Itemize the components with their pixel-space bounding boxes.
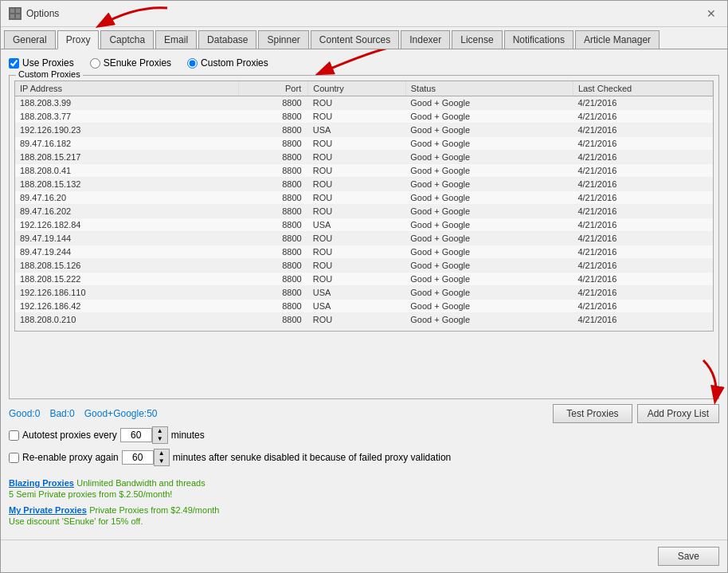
use-proxies-checkbox-label[interactable]: Use Proxies <box>9 57 74 69</box>
table-row[interactable]: 188.208.15.217 8800 ROU Good + Google 4/… <box>15 151 713 164</box>
cell-country: USA <box>308 300 406 313</box>
test-proxies-button[interactable]: Test Proxies <box>553 404 632 423</box>
cell-country: ROU <box>308 205 406 218</box>
cell-ip: 188.208.0.210 <box>15 313 238 327</box>
title-bar-left: Options <box>9 7 59 20</box>
tab-captcha[interactable]: Captcha <box>100 30 154 49</box>
table-row[interactable]: 192.126.186.42 8800 USA Good + Google 4/… <box>15 300 713 313</box>
autotest-decrement-button[interactable]: ▼ <box>153 435 167 443</box>
cell-port: 8800 <box>238 164 308 178</box>
reenable-decrement-button[interactable]: ▼ <box>155 457 169 465</box>
cell-ip: 89.47.19.244 <box>15 245 238 259</box>
cell-ip: 89.47.16.182 <box>15 137 238 151</box>
cell-ip: 192.126.190.23 <box>15 124 238 137</box>
tab-content-sources[interactable]: Content Sources <box>311 30 399 49</box>
tab-email[interactable]: Email <box>155 30 197 49</box>
cell-ip: 188.208.15.126 <box>15 259 238 273</box>
stat-good: Good:0 <box>9 408 40 419</box>
custom-proxies-radio-label[interactable]: Custom Proxies <box>187 57 268 69</box>
cell-last-checked: 4/21/2016 <box>573 300 712 313</box>
table-row[interactable]: 89.47.16.20 8800 ROU Good + Google 4/21/… <box>15 191 713 205</box>
table-row[interactable]: 188.208.0.41 8800 ROU Good + Google 4/21… <box>15 164 713 178</box>
table-row[interactable]: 188.208.15.132 8800 ROU Good + Google 4/… <box>15 178 713 191</box>
save-button[interactable]: Save <box>658 547 719 566</box>
table-row[interactable]: 188.208.15.126 8800 ROU Good + Google 4/… <box>15 259 713 273</box>
cell-port: 8800 <box>238 151 308 164</box>
link-0-title[interactable]: Blazing Proxies <box>9 478 74 488</box>
proxy-table-scroll[interactable]: IP Address Port Country Status Last Chec… <box>14 80 714 332</box>
cell-status: Good + Google <box>405 205 573 218</box>
cell-last-checked: 4/21/2016 <box>573 259 712 273</box>
table-row[interactable]: 192.126.182.84 8800 USA Good + Google 4/… <box>15 218 713 232</box>
proxy-table: IP Address Port Country Status Last Chec… <box>15 81 713 327</box>
cell-last-checked: 4/21/2016 <box>573 313 712 327</box>
tab-database[interactable]: Database <box>198 30 256 49</box>
table-row[interactable]: 89.47.16.202 8800 ROU Good + Google 4/21… <box>15 205 713 218</box>
tab-article-manager[interactable]: Article Manager <box>575 30 660 49</box>
cell-ip: 89.47.19.144 <box>15 232 238 245</box>
reenable-desc: minutes after senuke disabled it because… <box>173 452 452 463</box>
cell-status: Good + Google <box>405 110 573 124</box>
add-proxy-list-button[interactable]: Add Proxy List <box>637 404 719 423</box>
tab-bar: General Proxy Captcha Email Database Spi… <box>1 27 727 49</box>
tab-general[interactable]: General <box>4 30 56 49</box>
link-1-title[interactable]: My Private Proxies <box>9 505 87 515</box>
table-row[interactable]: 192.126.190.23 8800 USA Good + Google 4/… <box>15 124 713 137</box>
stat-bad: Bad:0 <box>49 408 74 419</box>
table-row[interactable]: 89.47.19.144 8800 ROU Good + Google 4/21… <box>15 232 713 245</box>
autotest-checkbox[interactable] <box>9 430 19 441</box>
autotest-increment-button[interactable]: ▲ <box>153 427 167 435</box>
cell-last-checked: 4/21/2016 <box>573 245 712 259</box>
col-status: Status <box>405 81 573 96</box>
cell-port: 8800 <box>238 178 308 191</box>
cell-last-checked: 4/21/2016 <box>573 151 712 164</box>
svg-rect-1 <box>16 9 20 13</box>
reenable-checkbox[interactable] <box>9 453 19 463</box>
svg-rect-2 <box>10 14 14 18</box>
tab-spinner[interactable]: Spinner <box>258 30 308 49</box>
senuke-proxies-radio[interactable] <box>90 58 100 69</box>
stats-container: Good:0 Bad:0 Good+Google:50 <box>9 408 158 419</box>
table-header-row: IP Address Port Country Status Last Chec… <box>15 81 713 96</box>
table-row[interactable]: 188.208.3.99 8800 ROU Good + Google 4/21… <box>15 96 713 110</box>
tab-proxy[interactable]: Proxy <box>57 30 100 49</box>
cell-ip: 188.208.0.41 <box>15 164 238 178</box>
autotest-spinner-group: ▲ ▼ <box>120 426 168 444</box>
custom-proxies-label: Custom Proxies <box>201 57 268 69</box>
tab-license[interactable]: License <box>452 30 502 49</box>
table-row[interactable]: 188.208.15.222 8800 ROU Good + Google 4/… <box>15 273 713 286</box>
tab-indexer[interactable]: Indexer <box>401 30 450 49</box>
cell-port: 8800 <box>238 110 308 124</box>
cell-last-checked: 4/21/2016 <box>573 232 712 245</box>
tab-notifications[interactable]: Notifications <box>504 30 573 49</box>
cell-ip: 188.208.15.132 <box>15 178 238 191</box>
senuke-proxies-radio-label[interactable]: SEnuke Proxies <box>90 57 171 69</box>
cell-last-checked: 4/21/2016 <box>573 124 712 137</box>
close-button[interactable]: ✕ <box>703 6 719 22</box>
cell-country: ROU <box>308 191 406 205</box>
table-row[interactable]: 89.47.16.182 8800 ROU Good + Google 4/21… <box>15 137 713 151</box>
proxy-options-row: Use Proxies SEnuke Proxies Custom Proxie… <box>9 57 719 69</box>
table-row[interactable]: 192.126.186.110 8800 USA Good + Google 4… <box>15 286 713 300</box>
custom-proxies-radio[interactable] <box>187 58 198 69</box>
cell-country: USA <box>308 124 406 137</box>
cell-port: 8800 <box>238 96 308 110</box>
cell-status: Good + Google <box>405 191 573 205</box>
cell-country: ROU <box>308 313 406 327</box>
cell-status: Good + Google <box>405 164 573 178</box>
table-row[interactable]: 188.208.0.210 8800 ROU Good + Google 4/2… <box>15 313 713 327</box>
table-row[interactable]: 89.47.19.244 8800 ROU Good + Google 4/21… <box>15 245 713 259</box>
autotest-minutes-input[interactable] <box>120 428 152 442</box>
svg-rect-3 <box>16 14 20 18</box>
col-port: Port <box>238 81 308 96</box>
cell-ip: 188.208.15.222 <box>15 273 238 286</box>
stat-google: Good+Google:50 <box>84 408 158 419</box>
bottom-bar: Save <box>1 540 727 572</box>
table-row[interactable]: 188.208.3.77 8800 ROU Good + Google 4/21… <box>15 110 713 124</box>
cell-status: Good + Google <box>405 313 573 327</box>
cell-port: 8800 <box>238 313 308 327</box>
use-proxies-checkbox[interactable] <box>9 58 19 69</box>
reenable-minutes-input[interactable] <box>122 450 154 465</box>
reenable-spinner-group: ▲ ▼ <box>122 449 170 466</box>
reenable-increment-button[interactable]: ▲ <box>155 449 169 457</box>
